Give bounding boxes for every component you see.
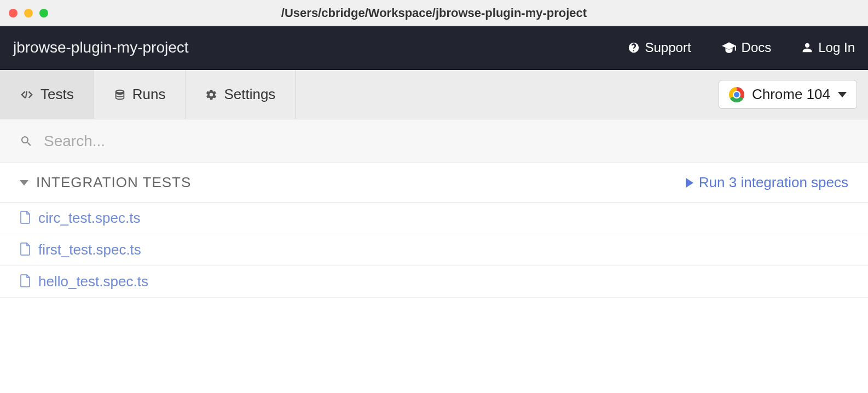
browser-selector[interactable]: Chrome 104 xyxy=(719,80,857,109)
tab-tests[interactable]: Tests xyxy=(0,70,94,119)
spec-filename: first_test.spec.ts xyxy=(38,241,141,258)
tab-label: Tests xyxy=(40,86,74,103)
run-all-specs-button[interactable]: Run 3 integration specs xyxy=(686,174,848,191)
database-icon xyxy=(114,89,126,101)
section-header: INTEGRATION TESTS Run 3 integration spec… xyxy=(0,163,868,203)
file-icon xyxy=(20,274,31,290)
close-window-button[interactable] xyxy=(9,9,18,18)
app-header: jbrowse-plugin-my-project Support Docs L… xyxy=(0,26,868,70)
play-icon xyxy=(686,178,693,188)
minimize-window-button[interactable] xyxy=(24,9,33,18)
search-input[interactable] xyxy=(44,132,848,150)
tab-bar: Tests Runs Settings xyxy=(0,70,296,119)
search-icon xyxy=(20,135,33,148)
file-icon xyxy=(20,242,31,258)
section-title: INTEGRATION TESTS xyxy=(36,174,686,191)
browser-label: Chrome 104 xyxy=(752,86,830,103)
maximize-window-button[interactable] xyxy=(39,9,48,18)
window-titlebar: /Users/cbridge/Workspace/jbrowse-plugin-… xyxy=(0,0,868,26)
support-label: Support xyxy=(645,40,691,55)
spec-list: circ_test.spec.ts first_test.spec.ts hel… xyxy=(0,203,868,298)
login-link[interactable]: Log In xyxy=(802,40,855,55)
docs-link[interactable]: Docs xyxy=(722,40,772,55)
spec-filename: hello_test.spec.ts xyxy=(38,273,148,290)
spec-filename: circ_test.spec.ts xyxy=(38,210,140,227)
file-icon xyxy=(20,211,31,226)
tab-label: Settings xyxy=(224,86,275,103)
spec-row[interactable]: first_test.spec.ts xyxy=(0,234,868,266)
gear-icon xyxy=(205,89,217,101)
toolbar: Tests Runs Settings Chrome 104 xyxy=(0,70,868,119)
tab-label: Runs xyxy=(132,86,166,103)
project-name: jbrowse-plugin-my-project xyxy=(13,39,628,56)
chrome-icon xyxy=(729,87,744,102)
window-title: /Users/cbridge/Workspace/jbrowse-plugin-… xyxy=(9,6,859,20)
tab-settings[interactable]: Settings xyxy=(186,70,296,119)
run-all-label: Run 3 integration specs xyxy=(699,174,848,191)
docs-label: Docs xyxy=(742,40,772,55)
support-link[interactable]: Support xyxy=(628,40,691,55)
spacer xyxy=(296,70,719,119)
login-label: Log In xyxy=(818,40,855,55)
window-controls xyxy=(9,9,48,18)
spec-row[interactable]: circ_test.spec.ts xyxy=(0,203,868,234)
spec-row[interactable]: hello_test.spec.ts xyxy=(0,266,868,298)
chevron-down-icon xyxy=(838,92,847,97)
search-bar xyxy=(0,119,868,163)
header-links: Support Docs Log In xyxy=(628,40,855,55)
question-circle-icon xyxy=(628,42,640,54)
tab-runs[interactable]: Runs xyxy=(94,70,186,119)
user-icon xyxy=(802,42,813,54)
collapse-caret-icon[interactable] xyxy=(20,180,28,186)
graduation-cap-icon xyxy=(722,42,736,53)
code-icon xyxy=(20,89,34,100)
